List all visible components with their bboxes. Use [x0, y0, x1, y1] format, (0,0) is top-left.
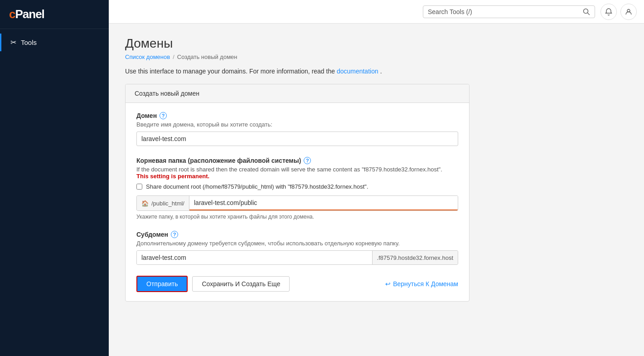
tools-icon: ✂	[10, 38, 16, 47]
topbar-icons	[600, 4, 637, 20]
sidebar-item-label: Tools	[21, 39, 37, 46]
topbar	[109, 0, 644, 24]
main-area: Домены Список доменов / Создать новый до…	[109, 0, 644, 356]
sidebar-nav: ✂ Tools	[0, 29, 109, 56]
subdomain-section: Субдомен ? Дополнительному домену требуе…	[136, 231, 458, 265]
submit-button[interactable]: Отправить	[136, 276, 188, 292]
page-content: Домены Список доменов / Создать новый до…	[109, 24, 644, 356]
user-button[interactable]	[620, 4, 637, 20]
sidebar: cPanel ✂ Tools	[0, 0, 109, 356]
svg-line-1	[588, 13, 590, 15]
domain-input[interactable]	[136, 132, 458, 146]
cpanel-logo: cPanel	[9, 7, 100, 21]
create-domain-card: Создать новый домен Домен ? Введите имя …	[125, 84, 470, 302]
breadcrumb-current: Создать новый домен	[177, 54, 237, 60]
breadcrumb-separator: /	[173, 54, 174, 60]
share-checkbox-row: Share document root (/home/f87579/public…	[136, 183, 458, 190]
form-actions: Отправить Сохранить И Создать Еще ↩ Верн…	[136, 276, 458, 292]
card-header: Создать новый домен	[126, 84, 469, 103]
user-icon	[625, 8, 633, 16]
subdomain-input[interactable]	[137, 251, 372, 264]
docroot-help-icon[interactable]: ?	[304, 157, 311, 164]
docroot-warning: If the document root is shared then the …	[136, 166, 458, 180]
docroot-permanent: This setting is permanent.	[136, 173, 209, 180]
search-button[interactable]	[583, 8, 590, 15]
docroot-input-group: 🏠 /public_html/	[136, 195, 458, 211]
sidebar-logo: cPanel	[0, 0, 109, 29]
subdomain-hint: Дополнительному домену требуется субдоме…	[136, 240, 458, 247]
back-to-domains-link[interactable]: ↩ Вернуться К Доменам	[385, 280, 458, 288]
page-title: Домены	[125, 36, 628, 51]
domain-section: Домен ? Введите имя домена, который вы х…	[136, 112, 458, 146]
card-body: Домен ? Введите имя домена, который вы х…	[126, 103, 469, 301]
info-text-before: Use this interface to manage your domain…	[125, 68, 335, 75]
subdomain-suffix: .f87579.hostde32.fornex.host	[372, 251, 458, 264]
subdomain-label: Субдомен ?	[136, 231, 458, 238]
docroot-label: Корневая папка (расположение файловой си…	[136, 157, 458, 164]
breadcrumb: Список доменов / Создать новый домен	[125, 54, 628, 60]
breadcrumb-link[interactable]: Список доменов	[125, 54, 170, 60]
sidebar-item-tools[interactable]: ✂ Tools	[0, 34, 109, 51]
domain-hint: Введите имя домена, который вы хотите со…	[136, 121, 458, 128]
search-icon	[583, 8, 590, 15]
subdomain-input-group: .f87579.hostde32.fornex.host	[136, 250, 458, 265]
docroot-prefix-text: /public_html/	[151, 200, 184, 207]
back-link-label: Вернуться К Доменам	[393, 280, 458, 288]
domain-label: Домен ?	[136, 112, 458, 119]
search-input[interactable]	[428, 8, 583, 15]
info-text-after: .	[380, 68, 382, 75]
search-bar[interactable]	[423, 5, 595, 18]
docroot-input[interactable]	[189, 196, 458, 210]
save-create-button[interactable]: Сохранить И Создать Еще	[192, 276, 290, 292]
documentation-link[interactable]: documentation	[337, 68, 378, 75]
bell-icon	[605, 8, 613, 16]
notification-button[interactable]	[600, 4, 617, 20]
info-text: Use this interface to manage your domain…	[125, 68, 628, 75]
docroot-hint: Укажите папку, в которой вы хотите храни…	[136, 214, 458, 220]
docroot-section: Корневая папка (расположение файловой си…	[136, 157, 458, 220]
share-checkbox[interactable]	[136, 184, 142, 190]
subdomain-help-icon[interactable]: ?	[171, 231, 178, 238]
back-arrow-icon: ↩	[385, 280, 391, 288]
share-checkbox-label: Share document root (/home/f87579/public…	[146, 183, 368, 190]
home-icon: 🏠	[141, 200, 149, 207]
docroot-prefix: 🏠 /public_html/	[137, 196, 189, 210]
domain-help-icon[interactable]: ?	[160, 112, 167, 119]
